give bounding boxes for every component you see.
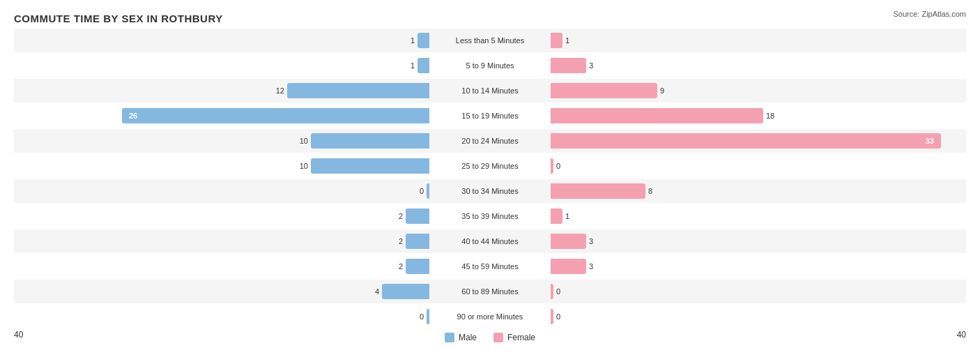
table-row: 030 to 34 Minutes8 bbox=[14, 179, 966, 203]
male-bar bbox=[406, 259, 429, 274]
female-bar bbox=[551, 158, 553, 174]
table-row: 245 to 59 Minutes3 bbox=[14, 255, 966, 278]
male-value: 0 bbox=[411, 187, 424, 195]
legend-female-label: Female bbox=[507, 333, 535, 342]
row-label: 10 to 14 Minutes bbox=[432, 86, 548, 95]
bars-area: 1Less than 5 Minutes115 to 9 Minutes3121… bbox=[14, 29, 966, 328]
male-bar bbox=[406, 208, 429, 224]
female-bar bbox=[551, 108, 763, 123]
male-value: 0 bbox=[411, 312, 424, 321]
male-bar: 26 bbox=[122, 108, 429, 123]
female-value: 0 bbox=[556, 312, 569, 321]
female-value-inside: 33 bbox=[926, 137, 938, 145]
row-label: Less than 5 Minutes bbox=[432, 36, 548, 45]
chart-title: COMMUTE TIME BY SEX IN ROTHBURY bbox=[14, 13, 966, 24]
male-bar bbox=[406, 234, 429, 249]
male-bar bbox=[382, 284, 429, 299]
female-bar bbox=[551, 33, 562, 48]
female-value: 1 bbox=[565, 212, 578, 220]
female-value: 0 bbox=[556, 287, 569, 296]
female-bar bbox=[551, 58, 586, 73]
female-bar bbox=[551, 83, 657, 98]
axis-left: 40 bbox=[14, 330, 23, 342]
male-value: 1 bbox=[402, 36, 415, 45]
table-row: 235 to 39 Minutes1 bbox=[14, 204, 966, 228]
table-row: 1Less than 5 Minutes1 bbox=[14, 29, 966, 52]
chart-container: COMMUTE TIME BY SEX IN ROTHBURY Source: … bbox=[0, 0, 980, 364]
table-row: 15 to 9 Minutes3 bbox=[14, 54, 966, 77]
row-label: 20 to 24 Minutes bbox=[432, 137, 548, 145]
female-value: 3 bbox=[589, 237, 602, 245]
female-bar bbox=[551, 234, 586, 249]
male-bar bbox=[427, 309, 429, 324]
female-value: 3 bbox=[589, 262, 602, 271]
female-bar bbox=[551, 309, 553, 324]
row-label: 90 or more Minutes bbox=[432, 312, 548, 321]
table-row: 1210 to 14 Minutes9 bbox=[14, 79, 966, 103]
female-value: 3 bbox=[589, 61, 602, 70]
table-row: 240 to 44 Minutes3 bbox=[14, 229, 966, 253]
male-value: 1 bbox=[402, 61, 415, 70]
legend: Male Female bbox=[445, 333, 535, 342]
female-bar: 33 bbox=[551, 133, 941, 149]
male-value-inside: 26 bbox=[125, 112, 137, 120]
axis-right: 40 bbox=[957, 330, 966, 342]
legend-female-box bbox=[493, 333, 503, 342]
male-bar bbox=[427, 183, 429, 199]
table-row: 1020 to 24 Minutes3333 bbox=[14, 129, 966, 153]
female-value: 9 bbox=[660, 86, 673, 95]
female-bar bbox=[551, 208, 562, 224]
female-value: 8 bbox=[648, 187, 661, 195]
row-label: 5 to 9 Minutes bbox=[432, 61, 548, 70]
table-row: 262615 to 19 Minutes18 bbox=[14, 104, 966, 128]
legend-male: Male bbox=[445, 333, 477, 342]
female-value: 1 bbox=[565, 36, 578, 45]
row-label: 35 to 39 Minutes bbox=[432, 212, 548, 220]
female-bar bbox=[551, 259, 586, 274]
legend-male-label: Male bbox=[459, 333, 477, 342]
source-label: Source: ZipAtlas.com bbox=[893, 10, 966, 18]
male-value: 4 bbox=[367, 287, 379, 296]
male-bar bbox=[311, 158, 429, 174]
male-bar bbox=[418, 33, 429, 48]
female-bar bbox=[551, 284, 553, 299]
table-row: 090 or more Minutes0 bbox=[14, 305, 966, 328]
row-label: 60 to 89 Minutes bbox=[432, 287, 548, 296]
male-value: 2 bbox=[390, 212, 403, 220]
male-value: 12 bbox=[272, 86, 284, 95]
female-value: 0 bbox=[556, 162, 569, 170]
table-row: 460 to 89 Minutes0 bbox=[14, 280, 966, 303]
male-value: 2 bbox=[390, 262, 403, 271]
row-label: 30 to 34 Minutes bbox=[432, 187, 548, 195]
female-bar bbox=[551, 183, 645, 199]
row-label: 40 to 44 Minutes bbox=[432, 237, 548, 245]
male-value: 2 bbox=[390, 237, 403, 245]
row-label: 25 to 29 Minutes bbox=[432, 162, 548, 170]
legend-female: Female bbox=[493, 333, 535, 342]
table-row: 1025 to 29 Minutes0 bbox=[14, 154, 966, 178]
female-value: 18 bbox=[766, 112, 779, 120]
male-value: 10 bbox=[296, 162, 308, 170]
male-value: 10 bbox=[296, 137, 308, 145]
male-bar bbox=[287, 83, 429, 98]
male-bar bbox=[311, 133, 429, 149]
row-label: 15 to 19 Minutes bbox=[432, 112, 548, 120]
row-label: 45 to 59 Minutes bbox=[432, 262, 548, 271]
legend-male-box bbox=[445, 333, 454, 342]
male-bar bbox=[418, 58, 429, 73]
